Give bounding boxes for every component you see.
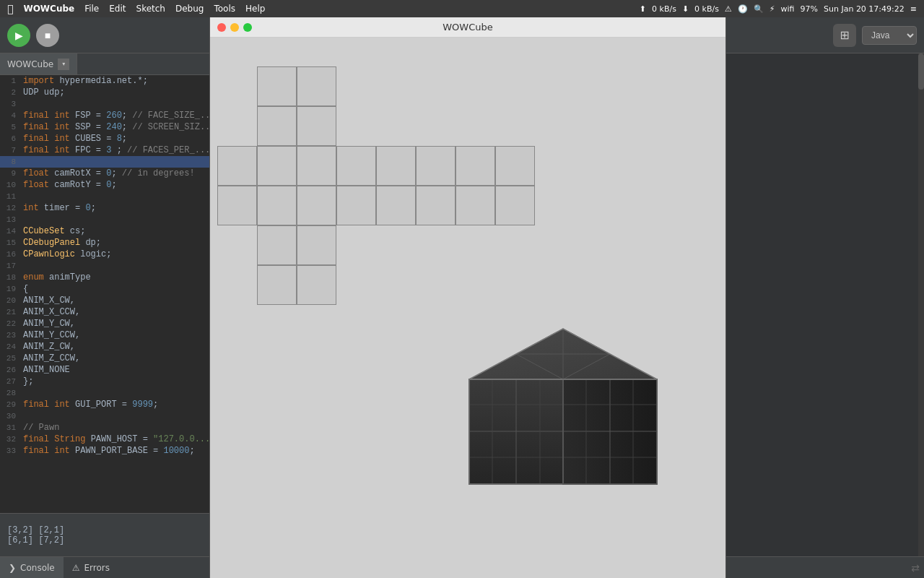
close-button[interactable] (217, 23, 226, 32)
menubar-item[interactable]: Help (245, 4, 265, 14)
line-content[interactable]: import hypermedia.net.*; (20, 75, 209, 87)
code-line-9: 9float camRotX = 0; // in degrees! (0, 168, 209, 179)
line-content[interactable]: float camRotX = 0; // in degrees! (20, 168, 209, 179)
line-content[interactable] (20, 214, 209, 225)
menubar-item[interactable]: Tools (214, 4, 235, 14)
code-panel: ▶ ■ WOWCube ▾ 1import hypermedia.net.*;2… (0, 17, 209, 578)
line-content[interactable] (20, 410, 209, 422)
line-number: 11 (0, 191, 20, 202)
line-number: 16 (0, 249, 20, 260)
stop-button[interactable]: ■ (36, 24, 59, 47)
tab-wowcube[interactable]: WOWCube ▾ (0, 53, 77, 74)
tab-dropdown-icon[interactable]: ▾ (58, 59, 69, 70)
time: Sun Jan 20 17:49:22 (824, 4, 905, 14)
wifi-icon[interactable]: wifi (781, 4, 795, 14)
battery: 97% (801, 4, 818, 14)
menubar-item[interactable]: Edit (109, 4, 126, 14)
line-number: 18 (0, 272, 20, 283)
line-content[interactable]: CCubeSet cs; (20, 225, 209, 237)
net-empty (416, 265, 456, 305)
line-content[interactable]: final int FPC = 3 ; // FACES_PER_... (20, 144, 209, 156)
line-content[interactable]: ANIM_Y_CCW, (20, 329, 209, 341)
line-content[interactable]: CDebugPanel dp; (20, 237, 209, 249)
net-cell (416, 186, 456, 225)
menubar:  WOWCube File Edit Sketch Debug Tools H… (0, 0, 924, 17)
line-content[interactable]: // Pawn (20, 422, 209, 434)
code-line-25: 25 ANIM_Z_CCW, (0, 353, 209, 364)
line-content[interactable]: }; (20, 376, 209, 387)
menubar-item[interactable]: Sketch (136, 4, 165, 14)
menu-icon[interactable]: ≡ (910, 4, 917, 14)
plugin-icon[interactable]: ⊞ (833, 24, 856, 47)
network-down-icon: ⬇ (682, 4, 689, 14)
line-content[interactable]: final int PAWN_PORT_BASE = 10000; (20, 445, 209, 457)
minimize-button[interactable] (230, 23, 239, 32)
console-icon: ❯ (9, 563, 16, 573)
line-content[interactable]: final int SSP = 240; // SCREEN_SIZ... (20, 121, 209, 133)
net-cell (297, 265, 336, 305)
bluetooth-icon[interactable]: ⚡ (770, 4, 775, 14)
line-content[interactable]: { (20, 283, 209, 295)
line-content[interactable] (20, 191, 209, 202)
maximize-button[interactable] (243, 23, 252, 32)
console-tab[interactable]: ❯ Console (0, 557, 64, 578)
line-content[interactable]: ANIM_X_CW, (20, 295, 209, 306)
line-number: 5 (0, 121, 20, 133)
line-content[interactable]: CPawnLogic logic; (20, 249, 209, 260)
line-content[interactable]: enum animType (20, 272, 209, 283)
line-number: 23 (0, 329, 20, 341)
menubar-right: ⬆ 0 kB/s ⬇ 0 kB/s ⚠ 🕐 🔍 ⚡ wifi 97% Sun J… (640, 4, 917, 14)
line-number: 26 (0, 364, 20, 376)
code-line-17: 17 (0, 260, 209, 272)
menubar-app-name[interactable]: WOWCube (23, 4, 74, 14)
line-number: 25 (0, 353, 20, 364)
menubar-left:  WOWCube File Edit Sketch Debug Tools H… (7, 3, 265, 14)
line-content[interactable] (20, 387, 209, 399)
errors-tab[interactable]: ⚠ Errors (64, 557, 118, 578)
net-cell (336, 146, 376, 186)
line-content[interactable]: final int CUBES = 8; (20, 133, 209, 144)
line-content[interactable]: final int FSP = 260; // FACE_SIZE_... (20, 110, 209, 121)
right-scrollbar-thumb[interactable] (918, 53, 924, 90)
line-content[interactable] (20, 260, 209, 272)
net-cell (297, 186, 336, 225)
code-line-31: 31// Pawn (0, 422, 209, 434)
menubar-item[interactable]: File (84, 4, 99, 14)
wow-window-title: WOWCube (443, 22, 493, 33)
line-content[interactable] (20, 156, 209, 168)
net-empty (376, 106, 416, 146)
line-content[interactable]: int timer = 0; (20, 202, 209, 214)
line-content[interactable]: ANIM_X_CCW, (20, 306, 209, 318)
net-empty (217, 106, 257, 146)
net-cell (456, 146, 495, 186)
code-line-21: 21 ANIM_X_CCW, (0, 306, 209, 318)
menubar-item[interactable]: Debug (175, 4, 204, 14)
line-content[interactable]: ANIM_Z_CW, (20, 341, 209, 353)
line-number: 7 (0, 144, 20, 156)
line-content[interactable]: final int GUI_PORT = 9999; (20, 399, 209, 410)
line-content[interactable]: ANIM_NONE (20, 364, 209, 376)
line-content[interactable]: final String PAWN_HOST = "127.0.0.... (20, 434, 209, 445)
line-content[interactable]: float camRotY = 0; (20, 179, 209, 191)
code-area[interactable]: 1import hypermedia.net.*;2UDP udp;3 4fin… (0, 75, 209, 513)
run-button[interactable]: ▶ (7, 24, 30, 47)
network-up-icon: ⬆ (640, 4, 646, 14)
code-line-32: 32final String PAWN_HOST = "127.0.0.... (0, 434, 209, 445)
right-panel: ⊞ Java C++ Python ⇄ (725, 17, 924, 578)
code-line-27: 27}; (0, 376, 209, 387)
line-content[interactable]: UDP udp; (20, 87, 209, 98)
net-cell (257, 106, 297, 146)
bottom-status: [3,2] [2,1] [6,1] [7,2] (0, 513, 209, 556)
line-number: 29 (0, 399, 20, 410)
line-content[interactable] (20, 98, 209, 110)
wow-titlebar: WOWCube (210, 17, 725, 38)
network-speed: 0 kB/s (652, 4, 676, 14)
net-empty (376, 265, 416, 305)
code-line-13: 13 (0, 214, 209, 225)
line-content[interactable]: ANIM_Z_CCW, (20, 353, 209, 364)
language-selector[interactable]: Java C++ Python (862, 26, 917, 45)
line-number: 8 (0, 156, 20, 168)
code-line-16: 16CPawnLogic logic; (0, 249, 209, 260)
line-content[interactable]: ANIM_Y_CW, (20, 318, 209, 329)
search-icon[interactable]: 🔍 (754, 4, 764, 14)
